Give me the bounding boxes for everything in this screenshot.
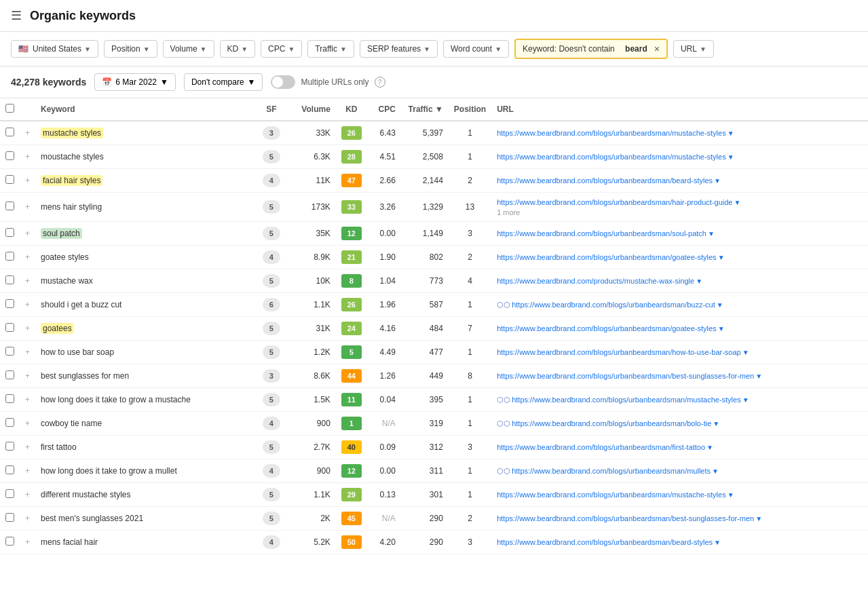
add-keyword-btn[interactable]: +: [25, 176, 30, 185]
add-keyword-btn[interactable]: +: [25, 152, 30, 161]
url-link[interactable]: https://www.beardbrand.com/blogs/urbanbe…: [497, 198, 732, 206]
add-keyword-btn[interactable]: +: [25, 395, 30, 404]
row-checkbox[interactable]: [5, 370, 14, 379]
row-checkbox[interactable]: [5, 489, 14, 498]
sf-badge: 5: [263, 322, 280, 335]
url-link[interactable]: https://www.beardbrand.com/blogs/urbanbe…: [497, 372, 754, 380]
url-link[interactable]: https://www.beardbrand.com/blogs/urbanbe…: [497, 253, 716, 261]
url-link[interactable]: https://www.beardbrand.com/blogs/urbanbe…: [497, 491, 726, 499]
url-label: URL: [681, 44, 697, 54]
sf-badge: 5: [263, 345, 280, 359]
kd-badge: 28: [341, 150, 362, 164]
row-checkbox[interactable]: [5, 418, 14, 427]
add-keyword-btn[interactable]: +: [25, 229, 30, 238]
table-row: + moustache styles 5 6.3K 28 4.51 2,508 …: [0, 145, 868, 169]
compare-btn[interactable]: Don't compare ▼: [184, 73, 263, 91]
row-checkbox[interactable]: [5, 513, 14, 522]
add-keyword-btn[interactable]: +: [25, 252, 30, 262]
add-keyword-btn[interactable]: +: [25, 324, 30, 333]
kd-filter-btn[interactable]: KD ▼: [220, 40, 256, 58]
traffic-filter-btn[interactable]: Traffic ▼: [307, 40, 354, 58]
row-checkbox[interactable]: [5, 537, 14, 546]
serp-filter-btn[interactable]: SERP features ▼: [360, 40, 438, 58]
url-link[interactable]: https://www.beardbrand.com/blogs/urbanbe…: [497, 538, 713, 546]
cpc-filter-btn[interactable]: CPC ▼: [261, 40, 302, 58]
help-icon[interactable]: ?: [375, 77, 385, 88]
serp-icon: ⬡⬡: [497, 419, 510, 427]
wordcount-filter-btn[interactable]: Word count ▼: [443, 40, 509, 58]
serp-icon: ⬡⬡: [497, 396, 510, 404]
kd-badge: 40: [341, 440, 362, 454]
add-keyword-btn[interactable]: +: [25, 202, 30, 212]
url-filter-btn[interactable]: URL ▼: [673, 40, 714, 58]
url-link[interactable]: https://www.beardbrand.com/blogs/urbanbe…: [497, 129, 726, 137]
col-volume[interactable]: Volume: [288, 98, 336, 121]
traffic-label: Traffic: [315, 44, 337, 54]
url-chevron-icon: ▼: [734, 199, 740, 206]
url-link[interactable]: https://www.beardbrand.com/products/must…: [497, 277, 694, 285]
url-link[interactable]: https://www.beardbrand.com/blogs/urbanbe…: [497, 514, 754, 522]
row-checkbox[interactable]: [5, 465, 14, 474]
sf-badge: 3: [263, 126, 280, 140]
menu-icon[interactable]: ☰: [11, 8, 22, 23]
row-checkbox[interactable]: [5, 275, 14, 284]
row-checkbox[interactable]: [5, 442, 14, 451]
volume-filter-btn[interactable]: Volume ▼: [163, 40, 214, 58]
cpc-value: 4.49: [379, 347, 395, 357]
row-checkbox[interactable]: [5, 228, 14, 237]
kd-badge: 24: [341, 322, 362, 335]
url-link[interactable]: https://www.beardbrand.com/blogs/urbanbe…: [512, 419, 711, 427]
row-checkbox[interactable]: [5, 299, 14, 308]
cpc-value: 0.00: [379, 466, 395, 476]
add-keyword-btn[interactable]: +: [25, 442, 30, 452]
col-traffic[interactable]: Traffic ▼: [401, 98, 449, 121]
add-keyword-btn[interactable]: +: [25, 466, 30, 476]
url-link[interactable]: https://www.beardbrand.com/blogs/urbanbe…: [497, 443, 705, 451]
url-link[interactable]: https://www.beardbrand.com/blogs/urbanbe…: [512, 301, 715, 309]
add-keyword-btn[interactable]: +: [25, 300, 30, 309]
add-keyword-btn[interactable]: +: [25, 276, 30, 286]
row-checkbox[interactable]: [5, 202, 14, 210]
col-url: URL: [491, 98, 868, 121]
row-checkbox[interactable]: [5, 347, 14, 356]
multiple-urls-toggle[interactable]: [271, 75, 295, 89]
position-filter-btn[interactable]: Position ▼: [104, 40, 157, 58]
col-position[interactable]: Position: [449, 98, 491, 121]
url-link[interactable]: https://www.beardbrand.com/blogs/urbanbe…: [497, 176, 713, 185]
kd-chevron-icon: ▼: [241, 45, 248, 53]
row-checkbox[interactable]: [5, 394, 14, 403]
url-link[interactable]: https://www.beardbrand.com/blogs/urbanbe…: [497, 153, 726, 161]
add-keyword-btn[interactable]: +: [25, 537, 30, 547]
row-checkbox[interactable]: [5, 128, 14, 136]
keyword-filter-value: beard: [625, 44, 647, 54]
col-cpc[interactable]: CPC: [367, 98, 401, 121]
url-link[interactable]: https://www.beardbrand.com/blogs/urbanbe…: [497, 229, 706, 237]
keyword-filter-close-btn[interactable]: ×: [654, 43, 660, 54]
add-keyword-btn[interactable]: +: [25, 128, 30, 138]
url-link[interactable]: https://www.beardbrand.com/blogs/urbanbe…: [512, 396, 741, 404]
url-chevron-icon: ▼: [755, 373, 762, 380]
col-kd[interactable]: KD: [336, 98, 367, 121]
url-link[interactable]: https://www.beardbrand.com/blogs/urbanbe…: [512, 467, 711, 475]
row-checkbox[interactable]: [5, 151, 14, 160]
table-row: + mustache styles 3 33K 26 6.43 5,397 1 …: [0, 121, 868, 145]
date-picker-btn[interactable]: 📅 6 Mar 2022 ▼: [94, 73, 176, 91]
country-filter-btn[interactable]: 🇺🇸 United States ▼: [11, 40, 98, 58]
more-urls-link[interactable]: 1 more: [497, 208, 863, 216]
row-checkbox[interactable]: [5, 175, 14, 184]
kd-badge: 29: [341, 488, 362, 501]
url-link[interactable]: https://www.beardbrand.com/blogs/urbanbe…: [497, 348, 741, 356]
row-checkbox[interactable]: [5, 252, 14, 261]
add-keyword-btn[interactable]: +: [25, 371, 30, 381]
url-cell: https://www.beardbrand.com/blogs/urbanbe…: [491, 436, 868, 459]
url-link[interactable]: https://www.beardbrand.com/blogs/urbanbe…: [497, 324, 716, 332]
add-keyword-btn[interactable]: +: [25, 347, 30, 357]
subbar: 42,278 keywords 📅 6 Mar 2022 ▼ Don't com…: [0, 66, 868, 98]
row-checkbox[interactable]: [5, 323, 14, 332]
kd-label: KD: [227, 44, 239, 54]
add-keyword-btn[interactable]: +: [25, 419, 30, 428]
add-keyword-btn[interactable]: +: [25, 490, 30, 499]
select-all-checkbox[interactable]: [5, 104, 14, 113]
volume-chevron-icon: ▼: [200, 45, 207, 53]
add-keyword-btn[interactable]: +: [25, 514, 30, 523]
